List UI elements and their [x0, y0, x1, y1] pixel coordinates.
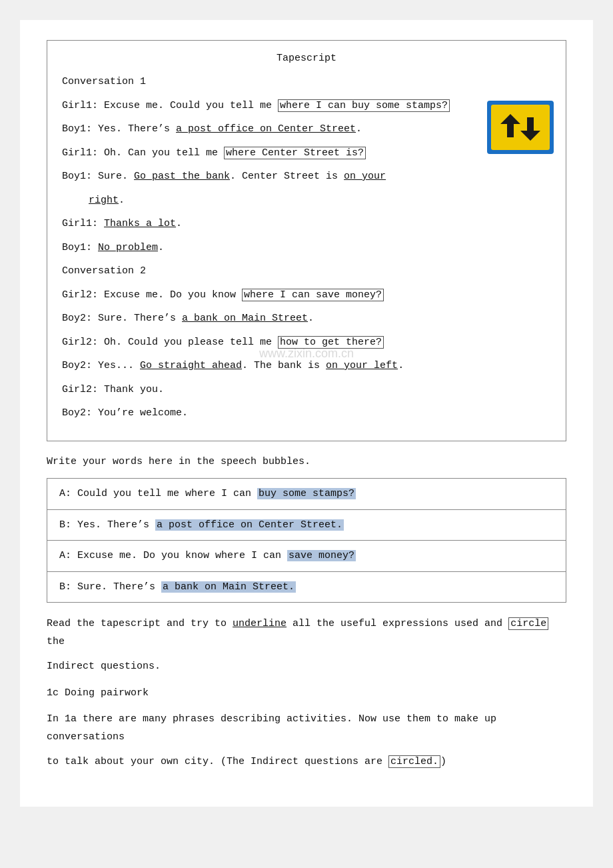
- tapescript-line: Boy2: Yes... Go straight ahead. The bank…: [62, 357, 551, 375]
- speaker: Girl2: Thank you.: [62, 384, 164, 395]
- speech-row-b1: B: Yes. There’s a post office on Center …: [47, 509, 566, 541]
- punctuation: .: [158, 242, 164, 253]
- speaker: Girl1: Oh. Can you tell me: [62, 147, 224, 159]
- page: Tapescript Conversation 1 Girl1: Excuse …: [20, 20, 593, 807]
- read-text: all the useful expressions used and: [287, 618, 508, 629]
- svg-rect-1: [491, 105, 550, 150]
- circled-word-box: circled.: [388, 755, 440, 768]
- punctuation: .: [398, 360, 404, 371]
- pairwork-text: In 1a there are many phrases describing …: [47, 713, 496, 743]
- pairwork-close: ): [440, 756, 446, 767]
- tapescript-line: Boy1: No problem.: [62, 239, 551, 257]
- indirect-question-box: where I can buy some stamps?: [278, 99, 450, 112]
- pairwork-text: to talk about your own city. (The Indire…: [47, 756, 388, 767]
- write-instruction: Write your words here in the speech bubb…: [47, 453, 566, 471]
- section-1c-text: 1c Doing pairwork: [47, 687, 149, 699]
- tapescript-line: right.: [62, 192, 551, 209]
- speech-text: B: Yes. There’s: [59, 519, 155, 531]
- speech-highlight: save money?: [287, 550, 356, 561]
- indirect-question-box: how to get there?: [278, 336, 384, 349]
- speech-row-b2: B: Sure. There’s a bank on Main Street.: [47, 571, 566, 603]
- tapescript-line: Girl1: Thanks a lot.: [62, 215, 551, 233]
- speaker: Boy2: You’re welcome.: [62, 407, 188, 419]
- speaker: Boy2: Sure. There’s: [62, 313, 182, 324]
- read-text: Indirect questions.: [47, 661, 161, 672]
- tapescript-box: Tapescript Conversation 1 Girl1: Excuse …: [47, 40, 566, 441]
- tapescript-line: Girl2: Excuse me. Do you know where I ca…: [62, 287, 551, 304]
- punctuation: .: [119, 195, 125, 206]
- useful-expression: on your left: [326, 360, 398, 371]
- pairwork-section: In 1a there are many phrases describing …: [47, 710, 566, 771]
- speech-text: A: Excuse me. Do you know where I can: [59, 550, 287, 561]
- conv2-label: Conversation 2: [62, 263, 551, 280]
- text: . The bank is: [242, 360, 326, 371]
- read-line-2: Indirect questions.: [47, 657, 566, 675]
- read-text: the: [47, 636, 65, 647]
- indirect-question-box: where I can save money?: [242, 289, 384, 301]
- tapescript-line: Boy2: Sure. There’s a bank on Main Stree…: [62, 310, 551, 327]
- read-section: Read the tapescript and try to underline…: [47, 615, 566, 675]
- speech-highlight: a post office on Center Street.: [155, 519, 344, 531]
- tapescript-line: Boy1: Yes. There’s a post office on Cent…: [62, 121, 551, 138]
- useful-expression: Go straight ahead: [140, 360, 242, 371]
- tapescript-line: Girl2: Thank you.: [62, 381, 551, 399]
- speech-row-a2: A: Excuse me. Do you know where I can sa…: [47, 540, 566, 571]
- useful-expression: a bank on Main Street: [182, 313, 308, 324]
- read-line-1: Read the tapescript and try to underline…: [47, 615, 566, 651]
- conv1-label: Conversation 1: [62, 73, 551, 91]
- useful-expression: right: [89, 195, 119, 206]
- road-sign-image: [487, 101, 554, 154]
- useful-expression: a post office on Center Street: [176, 123, 356, 135]
- speaker: Boy1:: [62, 242, 98, 253]
- section-1c-label: 1c Doing pairwork: [47, 685, 566, 702]
- speaker: Girl1:: [62, 218, 104, 229]
- tapescript-line: Girl2: Oh. Could you please tell me how …: [62, 334, 551, 351]
- text: . Center Street is: [230, 171, 344, 182]
- speech-highlight: a bank on Main Street.: [161, 581, 296, 593]
- punctuation: .: [356, 123, 362, 135]
- speaker: Girl2: Oh. Could you please tell me: [62, 337, 278, 348]
- tapescript-line: Girl1: Oh. Can you tell me where Center …: [62, 145, 551, 162]
- useful-expression: on your: [344, 171, 386, 182]
- circle-word-box: circle: [508, 617, 548, 630]
- speaker: Boy1: Sure.: [62, 171, 134, 182]
- useful-expression: Thanks a lot: [104, 218, 176, 229]
- tapescript-line: Boy1: Sure. Go past the bank. Center Str…: [62, 168, 551, 185]
- speech-highlight: buy some stamps?: [257, 488, 356, 499]
- read-text: Read the tapescript and try to: [47, 618, 233, 629]
- speech-bubbles-box: A: Could you tell me where I can buy som…: [47, 478, 566, 603]
- tapescript-line: Boy2: You’re welcome.: [62, 405, 551, 422]
- speech-row-a1: A: Could you tell me where I can buy som…: [47, 479, 566, 509]
- speaker: Girl1: Excuse me. Could you tell me: [62, 100, 278, 111]
- speaker: Boy1: Yes. There’s: [62, 123, 176, 135]
- indirect-question-box: where Center Street is?: [224, 147, 366, 159]
- pairwork-line-2: to talk about your own city. (The Indire…: [47, 753, 566, 771]
- underline-word: underline: [233, 618, 287, 629]
- tapescript-line: Girl1: Excuse me. Could you tell me wher…: [62, 97, 551, 115]
- speech-text: B: Sure. There’s: [59, 581, 161, 593]
- useful-expression: No problem: [98, 242, 158, 253]
- tapescript-title: Tapescript: [62, 53, 551, 64]
- speaker: Girl2: Excuse me. Do you know: [62, 289, 242, 301]
- punctuation: .: [176, 218, 182, 229]
- pairwork-line-1: In 1a there are many phrases describing …: [47, 710, 566, 746]
- speech-text: A: Could you tell me where I can: [59, 488, 257, 499]
- punctuation: .: [308, 313, 314, 324]
- useful-expression: Go past the bank: [134, 171, 230, 182]
- speaker: Boy2: Yes...: [62, 360, 140, 371]
